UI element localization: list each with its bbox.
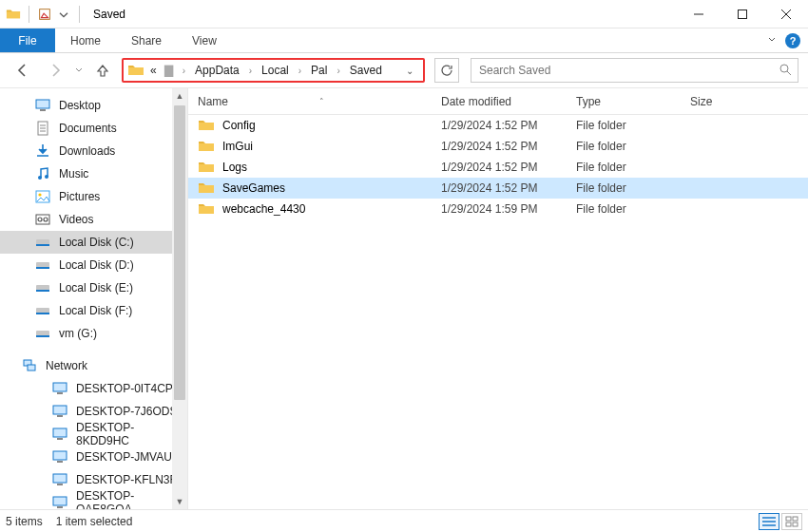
up-button[interactable] bbox=[89, 57, 116, 84]
close-button[interactable] bbox=[764, 0, 808, 28]
file-name: SaveGames bbox=[222, 181, 285, 195]
search-input[interactable] bbox=[477, 63, 779, 78]
sidebar-item[interactable]: Local Disk (D:) bbox=[0, 254, 187, 276]
breadcrumb[interactable]: Pal bbox=[309, 64, 329, 77]
nav-scrollbar[interactable]: ▲ ▼ bbox=[172, 88, 187, 509]
sidebar-item-label: DESKTOP-JMVAU93 bbox=[76, 450, 184, 464]
sidebar-item[interactable]: Documents bbox=[0, 117, 187, 140]
address-dropdown-icon[interactable]: ⌄ bbox=[400, 66, 419, 76]
qat-properties-icon[interactable] bbox=[37, 7, 52, 22]
sidebar-item[interactable]: DESKTOP-8KDD9HC bbox=[0, 423, 187, 446]
svg-rect-30 bbox=[57, 438, 63, 440]
table-row[interactable]: Logs1/29/2024 1:52 PMFile folder bbox=[188, 157, 808, 178]
sidebar-item-network[interactable]: Network bbox=[0, 354, 187, 377]
qat-dropdown-icon[interactable] bbox=[56, 7, 71, 22]
sidebar-item[interactable]: Local Disk (C:) bbox=[0, 231, 187, 254]
chevron-right-icon: › bbox=[295, 66, 305, 76]
sidebar-item[interactable]: Downloads bbox=[0, 140, 187, 162]
svg-point-2 bbox=[780, 65, 788, 72]
svg-rect-35 bbox=[53, 497, 67, 505]
ribbon-chevron-icon[interactable] bbox=[766, 33, 778, 48]
table-row[interactable]: Config1/29/2024 1:52 PMFile folder bbox=[188, 115, 808, 136]
column-name[interactable]: Name ˄ bbox=[188, 95, 441, 108]
folder-icon bbox=[198, 138, 215, 155]
sidebar-item-label: DESKTOP-OAE8GOA bbox=[76, 489, 187, 509]
sidebar-item[interactable]: DESKTOP-JMVAU93 bbox=[0, 446, 187, 468]
back-button[interactable] bbox=[10, 57, 36, 84]
file-list[interactable]: Config1/29/2024 1:52 PMFile folderImGui1… bbox=[188, 115, 808, 509]
sort-ascending-icon: ˄ bbox=[319, 97, 324, 106]
file-name: ImGui bbox=[222, 140, 253, 153]
folder-icon bbox=[198, 200, 215, 218]
image-icon bbox=[34, 188, 51, 205]
svg-rect-14 bbox=[36, 244, 49, 246]
file-type: File folder bbox=[576, 202, 690, 216]
forward-button[interactable] bbox=[42, 57, 68, 84]
tab-share[interactable]: Share bbox=[116, 28, 177, 52]
column-date[interactable]: Date modified bbox=[441, 95, 576, 108]
breadcrumb[interactable]: AppData bbox=[193, 64, 241, 77]
help-button[interactable]: ? bbox=[785, 33, 800, 48]
drive-icon bbox=[34, 256, 51, 274]
pc-icon bbox=[51, 471, 68, 488]
nav-tree[interactable]: DesktopDocumentsDownloadsMusicPicturesVi… bbox=[0, 88, 188, 509]
refresh-button[interactable] bbox=[434, 58, 459, 83]
sidebar-item[interactable]: Local Disk (F:) bbox=[0, 299, 187, 322]
sidebar-item[interactable]: DESKTOP-7J6ODSN bbox=[0, 400, 187, 423]
column-type[interactable]: Type bbox=[576, 95, 690, 108]
sidebar-item[interactable]: Music bbox=[0, 162, 187, 185]
column-headers[interactable]: Name ˄ Date modified Type Size bbox=[188, 88, 808, 115]
pc-icon bbox=[51, 448, 68, 466]
file-date: 1/29/2024 1:52 PM bbox=[441, 161, 576, 174]
search-icon bbox=[779, 63, 792, 79]
tab-view[interactable]: View bbox=[177, 28, 232, 52]
sidebar-item[interactable]: Desktop bbox=[0, 94, 187, 117]
folder-icon bbox=[198, 159, 215, 176]
file-tab[interactable]: File bbox=[0, 28, 55, 52]
recent-dropdown-icon[interactable] bbox=[74, 64, 84, 77]
sidebar-item[interactable]: DESKTOP-KFLN3RC bbox=[0, 468, 187, 491]
svg-rect-29 bbox=[53, 428, 67, 437]
table-row[interactable]: SaveGames1/29/2024 1:52 PMFile folder bbox=[188, 178, 808, 199]
search-box[interactable] bbox=[471, 58, 798, 83]
minimize-button[interactable] bbox=[677, 0, 721, 28]
address-bar[interactable]: « ▇ › AppData › Local › Pal › Saved ⌄ bbox=[122, 58, 425, 83]
sidebar-item-label: Network bbox=[46, 359, 87, 372]
svg-rect-25 bbox=[53, 383, 67, 391]
sidebar-item[interactable]: vm (G:) bbox=[0, 322, 187, 345]
sidebar-item-label: vm (G:) bbox=[59, 327, 97, 340]
sidebar-item-label: Local Disk (D:) bbox=[59, 258, 134, 272]
sidebar-item[interactable]: DESKTOP-OAE8GOA bbox=[0, 491, 187, 509]
thumbnails-view-button[interactable] bbox=[781, 513, 802, 530]
svg-rect-36 bbox=[57, 506, 63, 508]
address-folder-icon bbox=[127, 62, 144, 79]
breadcrumb[interactable]: Saved bbox=[348, 64, 384, 77]
sidebar-item-label: Pictures bbox=[59, 190, 100, 203]
maximize-button[interactable] bbox=[721, 0, 764, 28]
breadcrumb-ellipsis[interactable]: « bbox=[148, 64, 159, 77]
table-row[interactable]: webcache_44301/29/2024 1:59 PMFile folde… bbox=[188, 199, 808, 219]
status-selection: 1 item selected bbox=[56, 515, 133, 528]
svg-rect-26 bbox=[57, 392, 63, 394]
file-name: webcache_4430 bbox=[222, 202, 305, 216]
pc-icon bbox=[51, 494, 68, 509]
sidebar-item-label: Local Disk (C:) bbox=[59, 236, 134, 249]
details-view-button[interactable] bbox=[759, 513, 779, 530]
sidebar-item[interactable]: Pictures bbox=[0, 185, 187, 208]
sidebar-item[interactable]: DESKTOP-0IT4CP2 bbox=[0, 377, 187, 400]
table-row[interactable]: ImGui1/29/2024 1:52 PMFile folder bbox=[188, 136, 808, 157]
svg-rect-31 bbox=[53, 451, 67, 460]
tab-home[interactable]: Home bbox=[55, 28, 116, 52]
sidebar-item[interactable]: Local Disk (E:) bbox=[0, 276, 187, 299]
svg-rect-4 bbox=[40, 109, 46, 111]
folder-icon bbox=[198, 117, 215, 134]
breadcrumb[interactable]: Local bbox=[260, 64, 291, 77]
column-size[interactable]: Size bbox=[690, 95, 808, 108]
sidebar-item-label: DESKTOP-0IT4CP2 bbox=[76, 382, 179, 395]
sidebar-item[interactable]: Videos bbox=[0, 208, 187, 231]
drive-icon bbox=[34, 234, 51, 251]
video-icon bbox=[34, 211, 51, 228]
svg-rect-18 bbox=[36, 290, 49, 292]
chevron-right-icon: › bbox=[333, 66, 343, 76]
svg-rect-28 bbox=[57, 415, 63, 417]
